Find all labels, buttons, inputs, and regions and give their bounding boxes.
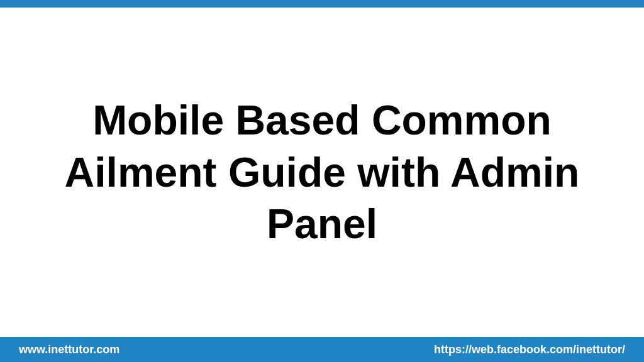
footer-website: www.inettutor.com bbox=[19, 343, 119, 356]
top-accent-bar bbox=[0, 0, 644, 8]
footer-bar: www.inettutor.com https://web.facebook.c… bbox=[0, 337, 644, 362]
page-title: Mobile Based Common Ailment Guide with A… bbox=[25, 94, 619, 250]
footer-social-link: https://web.facebook.com/inettutor/ bbox=[434, 343, 625, 356]
main-content: Mobile Based Common Ailment Guide with A… bbox=[0, 8, 644, 337]
